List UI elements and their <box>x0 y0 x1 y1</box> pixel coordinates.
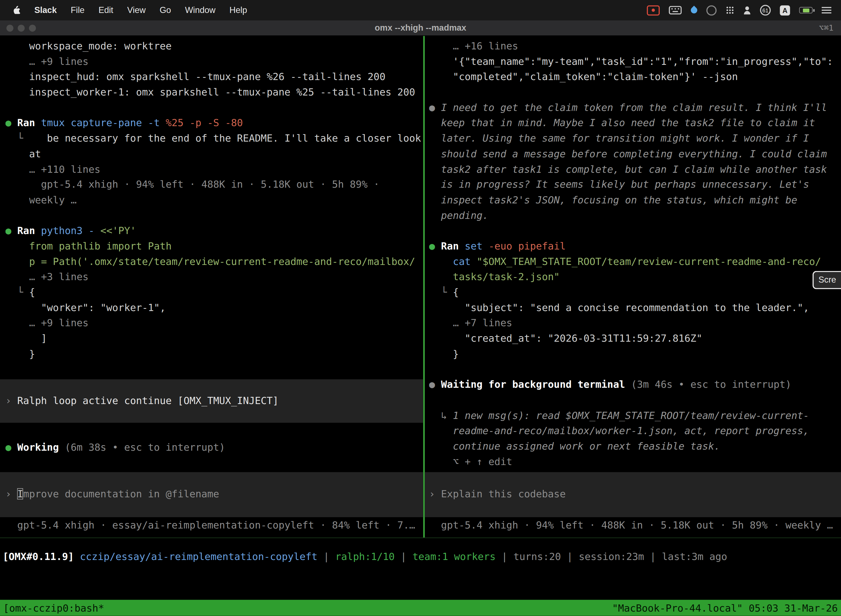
text-segment: ● <box>5 441 17 453</box>
prompt-input-right[interactable]: › Explain this codebase <box>425 472 841 517</box>
text-segment: set <box>464 241 488 252</box>
text-segment: 1 new msg(s): read $OMX_TEAM_STATE_ROOT/… <box>453 409 809 421</box>
text-segment: -euo pipefail <box>488 241 566 252</box>
text-segment: ralph:1/10 <box>335 551 394 562</box>
text-segment: Waiting for background terminal <box>441 379 625 390</box>
text-segment: ● <box>429 241 441 252</box>
text-segment: "$OMX_TEAM_STATE_ROOT/team/review-curren… <box>476 256 821 267</box>
right-scrollback: … +16 lines '{"team_name":"my-team","tas… <box>429 39 841 469</box>
profile-icon[interactable] <box>743 6 751 14</box>
input-source-icon[interactable]: A <box>780 5 790 15</box>
battery-fill <box>803 8 809 12</box>
tmux-status-bar: [omx-cczip0:bash* "MacBook-Pro-44.local"… <box>0 600 841 616</box>
screen-recording-icon[interactable] <box>647 5 660 15</box>
terminal-line: } <box>5 346 423 362</box>
text-segment: cczip/essay/ai-reimplementation-copyleft <box>80 551 318 562</box>
text-segment: pending. <box>429 210 488 221</box>
terminal-line: at <box>5 146 423 162</box>
text-segment: readme-and-reco/mailbox/worker-1.json, a… <box>429 425 809 436</box>
text-segment: gpt-5.4 xhigh · essay/ai-reimplementatio… <box>5 519 415 531</box>
terminal-line: cat "$OMX_TEAM_STATE_ROOT/team/review-cu… <box>429 254 841 270</box>
text-segment: <<'PY' <box>100 225 136 236</box>
right-pane-bottom: › Explain this codebase gpt-5.4 xhigh · … <box>425 472 841 533</box>
text-segment: last:3m ago <box>662 551 727 562</box>
terminal-line: later. Using the same for transition mig… <box>429 131 841 147</box>
text-segment: … +9 lines <box>5 317 88 329</box>
terminal-line: "completed","claim_token":"claim-token"}… <box>429 69 841 85</box>
terminal-line: workspace_mode: worktree <box>5 39 423 54</box>
model-status-left: gpt-5.4 xhigh · essay/ai-reimplementatio… <box>0 518 423 533</box>
battery-icon[interactable] <box>799 7 813 13</box>
text-segment: "subject": "send a concise recommendatio… <box>429 302 809 313</box>
terminal-line <box>429 223 841 239</box>
menu-help[interactable]: Help <box>223 5 254 15</box>
text-segment: %25 -p -S -80 <box>166 117 243 129</box>
text-segment: ● <box>5 117 17 129</box>
text-segment: Ran <box>18 117 41 129</box>
text-segment: from pathlib import Path <box>5 241 171 252</box>
terminal-line: readme-and-reco/mailbox/worker-1.json, a… <box>429 423 841 439</box>
dots-grid-icon[interactable] <box>726 6 734 14</box>
text-segment: ⌥ + ↑ edit <box>429 456 512 467</box>
text-segment: team:1 workers <box>413 551 495 562</box>
text-segment: … +7 lines <box>429 317 512 329</box>
list-menu-icon[interactable] <box>822 6 831 14</box>
terminal-line: should send a message before completing … <box>429 146 841 162</box>
tmux-host-time: "MacBook-Pro-44.local" 05:03 31-Mar-26 <box>612 602 838 613</box>
text-segment: at <box>5 148 41 159</box>
menu-window[interactable]: Window <box>178 5 223 15</box>
window-title-bar[interactable]: omx --xhigh --madmax ⌥⌘1 <box>0 21 841 36</box>
terminal-line: "subject": "send a concise recommendatio… <box>429 300 841 316</box>
left-scrollback: workspace_mode: worktree … +9 lines insp… <box>5 39 423 362</box>
text-segment: I need to get the claim token from the c… <box>441 102 827 113</box>
text-segment: | <box>495 551 513 562</box>
tmux-pane-right[interactable]: … +16 lines '{"team_name":"my-team","tas… <box>425 36 841 538</box>
tmux-pane-left[interactable]: workspace_mode: worktree … +9 lines insp… <box>0 36 423 538</box>
text-segment: └ <box>5 132 47 144</box>
app-circle-icon[interactable] <box>706 5 716 15</box>
screen-share-toast[interactable]: Scre <box>813 271 841 289</box>
text-segment: ● <box>429 379 441 390</box>
terminal-line <box>429 393 841 408</box>
text-segment: } <box>5 348 35 359</box>
terminal-line: tasks/task-2.json" <box>429 269 841 285</box>
text-segment: workspace_mode: worktree <box>5 40 171 51</box>
droplet-icon[interactable] <box>690 6 699 15</box>
text-segment: (6m 38s • esc to interrupt) <box>59 441 225 453</box>
text-segment: mprove documentation in @filename <box>23 488 219 500</box>
terminal-line: … +16 lines <box>429 39 841 54</box>
text-segment: Ralph loop active continue [OMX_TMUX_INJ… <box>18 395 279 406</box>
ralph-inject-banner: › Ralph loop active continue [OMX_TMUX_I… <box>0 380 423 423</box>
terminal-line: ● I need to get the claim token from the… <box>429 100 841 116</box>
text-segment: task2 after task1 is complete, but can I… <box>429 163 827 175</box>
text-segment: weekly … <box>5 194 76 205</box>
text-segment: Working <box>18 441 59 453</box>
apple-menu-icon[interactable] <box>5 4 27 16</box>
terminal-line: inspect task2's JSON, focusing on the st… <box>429 193 841 208</box>
text-segment: tmux capture-pane -t <box>41 117 166 129</box>
working-status-line: ● Working (6m 38s • esc to interrupt) <box>5 440 423 455</box>
text-segment: ● <box>5 225 17 236</box>
menu-file[interactable]: File <box>64 5 92 15</box>
text-segment: › <box>5 395 17 406</box>
menu-go[interactable]: Go <box>152 5 178 15</box>
terminal-line: ● Ran set -euo pipefail <box>429 239 841 254</box>
prompt-input-left[interactable]: › Improve documentation in @filename <box>0 472 423 517</box>
text-segment: └ <box>429 286 453 298</box>
menu-edit[interactable]: Edit <box>92 5 120 15</box>
terminal-line: continue assigned work or next feasible … <box>429 439 841 454</box>
battery-percent-badge[interactable]: 61 <box>760 5 771 15</box>
text-segment: "worker": "worker-1", <box>5 302 166 313</box>
menu-view[interactable]: View <box>120 5 152 15</box>
text-segment <box>429 256 453 267</box>
text-segment: continue assigned work or next feasible … <box>429 440 720 452</box>
menu-app-name[interactable]: Slack <box>27 5 64 15</box>
terminal-line: '{"team_name":"my-team","task_id":"1","f… <box>429 54 841 70</box>
keyboard-icon[interactable] <box>669 6 682 14</box>
text-segment: … +3 lines <box>5 271 88 282</box>
terminal-line: … +3 lines <box>5 269 423 285</box>
text-segment: later. Using the same for transition mig… <box>429 132 809 144</box>
terminal-line <box>429 362 841 377</box>
terminal-line: gpt-5.4 xhigh · 94% left · 488K in · 5.1… <box>5 177 423 193</box>
text-segment: ↳ <box>429 409 453 421</box>
